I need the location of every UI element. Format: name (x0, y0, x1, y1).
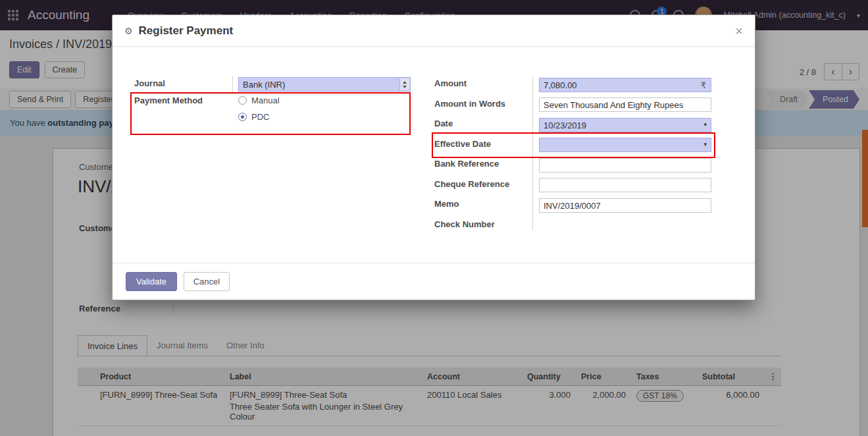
amount-value: 7,080.00 (544, 80, 577, 90)
journal-label: Journal (134, 78, 165, 88)
dialog-header: ⚙ Register Payment × (113, 15, 755, 47)
amount-input[interactable]: 7,080.00 ₹ (539, 78, 711, 92)
caret-down-icon: ▾ (703, 121, 707, 128)
journal-selected-value: Bank (INR) (243, 80, 285, 90)
radio-option-manual[interactable]: Manual (238, 95, 280, 105)
select-arrows-icon (399, 78, 409, 90)
register-payment-dialog: ⚙ Register Payment × Journal Bank (INR) … (112, 14, 755, 300)
payment-method-label: Payment Method (134, 95, 203, 105)
radio-manual-label: Manual (251, 95, 280, 105)
amount-in-words-input[interactable] (539, 97, 711, 112)
close-icon[interactable]: × (735, 24, 743, 38)
cheque-reference-input[interactable] (539, 178, 711, 192)
bank-reference-input[interactable] (539, 158, 711, 173)
check-number-label: Check Number (434, 219, 495, 229)
cancel-button[interactable]: Cancel (184, 272, 230, 291)
date-value: 10/23/2019 (544, 121, 586, 130)
effective-date-label: Effective Date (434, 139, 491, 149)
radio-manual-icon[interactable] (238, 96, 247, 105)
date-label: Date (434, 119, 453, 128)
screen: Accounting Overview Customers Vendors Ac… (0, 0, 868, 436)
cheque-reference-label: Cheque Reference (434, 179, 509, 189)
dialog-footer: Validate Cancel (113, 263, 755, 301)
amount-in-words-label: Amount in Words (434, 99, 505, 109)
radio-pdc-label: PDC (251, 112, 269, 122)
effective-date-input[interactable]: ▾ (539, 138, 711, 152)
memo-label: Memo (434, 199, 459, 209)
radio-option-pdc[interactable]: PDC (238, 111, 269, 122)
journal-select[interactable]: Bank (INR) (238, 77, 411, 92)
date-input[interactable]: 10/23/2019 ▾ (539, 118, 711, 132)
amount-label: Amount (434, 78, 467, 88)
label-separator-right (532, 76, 533, 230)
radio-pdc-icon[interactable] (238, 113, 247, 121)
rupee-currency-icon: ₹ (701, 80, 706, 90)
dialog-title: Register Payment (139, 24, 234, 38)
gear-icon: ⚙ (124, 26, 133, 36)
bank-reference-label: Bank Reference (434, 159, 499, 169)
memo-input[interactable] (539, 198, 711, 213)
caret-down-icon: ▾ (703, 141, 707, 148)
label-separator-left (232, 76, 233, 93)
validate-button[interactable]: Validate (126, 272, 177, 291)
